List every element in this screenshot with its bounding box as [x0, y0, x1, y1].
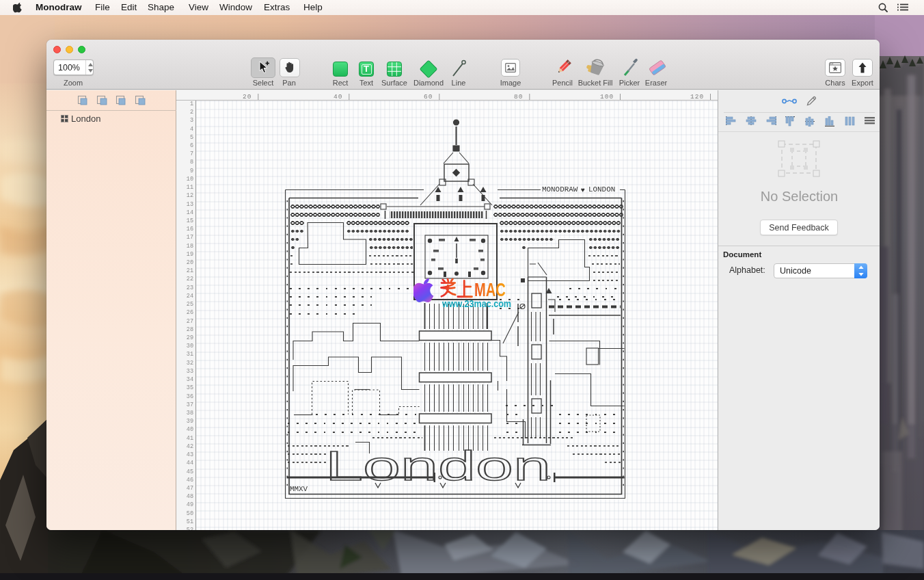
svg-text:London: London	[325, 442, 551, 489]
